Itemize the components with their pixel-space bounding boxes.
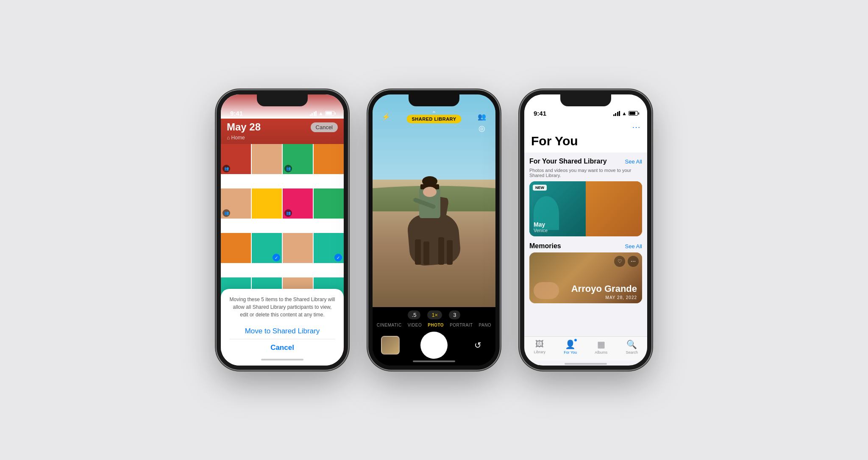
tab-library[interactable]: 🖼 Library — [524, 339, 555, 355]
tab-search-label: Search — [626, 350, 638, 355]
people-icon-3: 👥 — [284, 165, 292, 172]
card-right — [586, 181, 642, 236]
phone-3-screen: 9:41 ▲ — [524, 94, 647, 366]
shutter-button[interactable] — [420, 332, 448, 359]
status-time-1: 9:41 — [230, 110, 243, 117]
home-indicator-3 — [565, 363, 607, 365]
cancel-sheet-button[interactable]: Cancel — [229, 339, 335, 356]
memories-section-header: Memories See All — [529, 242, 642, 250]
p1-header-row: May 28 Cancel — [227, 121, 338, 133]
battery-icon-1 — [325, 111, 334, 116]
status-icons-3: ▲ — [613, 111, 638, 116]
photo-cell-3[interactable]: 👥 — [283, 144, 313, 174]
zoom-05-button[interactable]: .5 — [408, 310, 421, 319]
mode-pano[interactable]: PANO — [479, 323, 492, 327]
shared-library-section-header: For Your Shared Library See All — [529, 158, 642, 165]
for-you-badge-container: 👤 — [565, 339, 576, 349]
flash-button[interactable]: ⚡ — [379, 110, 393, 123]
home-indicator-1 — [261, 359, 303, 360]
phone-2: ⚡ 👥 ⌃ ◎ SHARED LIBRARY — [368, 90, 500, 370]
people-icon-7: 👥 — [284, 209, 292, 217]
mode-cinematic[interactable]: CINEMATIC — [377, 323, 402, 327]
phone-2-screen: ⚡ 👥 ⌃ ◎ SHARED LIBRARY — [373, 94, 495, 366]
p2-chevron[interactable]: ⌃ — [431, 110, 437, 117]
photo-cell-12[interactable]: ✓ — [314, 233, 344, 263]
bottom-sheet: Moving these 5 items to the Shared Libra… — [221, 289, 344, 366]
mode-portrait[interactable]: PORTRAIT — [450, 323, 473, 327]
p1-subnav: ⌂ Home — [227, 135, 338, 141]
photo-cell-1[interactable]: 👥 — [221, 144, 251, 174]
settings-button[interactable]: ◎ — [475, 122, 489, 135]
notch-1 — [257, 94, 308, 106]
memory-date: MAY 28, 2022 — [571, 295, 637, 300]
p3-header-row: ⋯ — [531, 122, 640, 132]
card-location: Venice — [534, 228, 548, 233]
mode-photo[interactable]: PHOTO — [428, 323, 444, 327]
tab-bar: 🖼 Library 👤 For You ▦ Albums — [524, 336, 647, 360]
albums-icon: ▦ — [597, 339, 605, 349]
photo-cell-6[interactable] — [252, 188, 282, 219]
mode-selector: CINEMATIC VIDEO PHOTO PORTRAIT PANO — [378, 323, 490, 327]
people-icon-5: 👥 — [223, 209, 230, 217]
memories-see-all-button[interactable]: See All — [625, 243, 642, 249]
wifi-icon-3: ▲ — [622, 111, 627, 116]
horse-leg-2 — [423, 241, 429, 265]
mode-video[interactable]: VIDEO — [408, 323, 422, 327]
horse-leg-3 — [438, 237, 444, 265]
phone-3: 9:41 ▲ — [520, 90, 651, 370]
p1-header: May 28 Cancel ⌂ Home — [221, 119, 344, 144]
horse-leg-4 — [447, 240, 453, 265]
horse-leg-1 — [415, 239, 421, 265]
cam-bottom-row: ↺ — [378, 332, 490, 359]
shared-library-see-all-button[interactable]: See All — [625, 158, 642, 165]
battery-icon-3 — [629, 111, 638, 116]
p3-content: 9:41 ▲ — [524, 94, 647, 366]
people-icon: 👥 — [223, 165, 230, 172]
for-you-title: For You — [531, 134, 640, 148]
tab-search[interactable]: 🔍 Search — [617, 339, 648, 355]
card-location-text: May Venice — [534, 221, 548, 233]
memory-more-button[interactable]: ⋯ — [628, 256, 639, 267]
home-indicator-2 — [413, 360, 455, 362]
p1-content: 9:41 ▲ — [221, 94, 344, 366]
search-icon: 🔍 — [626, 339, 637, 349]
flip-icon: ↺ — [474, 340, 481, 350]
memory-card[interactable]: ♡ ⋯ Arroyo Grande MAY 28, 2022 — [529, 252, 642, 303]
status-icons-1: ▲ — [310, 111, 334, 116]
photo-cell-5[interactable]: 👥 — [221, 188, 251, 219]
camera-thumbnail[interactable] — [381, 336, 400, 355]
photo-cell-9[interactable] — [221, 233, 251, 263]
for-you-content: For Your Shared Library See All Photos a… — [524, 152, 647, 336]
notch-3 — [560, 94, 611, 106]
move-to-shared-library-button[interactable]: Move to Shared Library — [229, 324, 335, 339]
photo-cell-10[interactable]: ✓ — [252, 233, 282, 263]
heart-button[interactable]: ♡ — [614, 256, 625, 267]
flip-camera-button[interactable]: ↺ — [468, 336, 487, 355]
rider-face — [423, 187, 437, 197]
more-options-button[interactable]: ⋯ — [632, 122, 640, 132]
shared-library-title: For Your Shared Library — [529, 158, 607, 165]
tab-for-you[interactable]: 👤 For You — [555, 339, 586, 355]
cancel-header-button[interactable]: Cancel — [311, 122, 338, 132]
check-icon-10: ✓ — [273, 254, 280, 261]
sheet-message: Moving these 5 items to the Shared Libra… — [229, 296, 335, 319]
camera-controls: .5 1× 3 CINEMATIC VIDEO PHOTO PORTRAIT P… — [373, 307, 495, 366]
memory-name: Arroyo Grande — [571, 283, 637, 294]
photo-cell-8[interactable] — [314, 188, 344, 219]
zoom-1x-button[interactable]: 1× — [427, 310, 442, 319]
photo-cell-11[interactable] — [283, 233, 313, 263]
photo-cell-2[interactable] — [252, 144, 282, 174]
photo-cell-4[interactable] — [314, 144, 344, 174]
wifi-icon-1: ▲ — [318, 111, 323, 116]
memory-actions: ♡ ⋯ — [614, 256, 639, 267]
yellow-shirt-scene — [586, 181, 642, 236]
tab-albums[interactable]: ▦ Albums — [586, 339, 617, 355]
shared-library-card[interactable]: NEW May Venice — [529, 181, 642, 236]
zoom-3-button[interactable]: 3 — [449, 310, 460, 319]
memories-section: Memories See All ♡ ⋯ — [529, 242, 642, 303]
rider-figure — [404, 163, 464, 265]
photo-cell-7[interactable]: 👥 — [283, 188, 313, 219]
p3-header: ⋯ For You — [524, 119, 647, 152]
p2-content: ⚡ 👥 ⌃ ◎ SHARED LIBRARY — [373, 94, 495, 366]
tab-for-you-label: For You — [564, 350, 577, 355]
